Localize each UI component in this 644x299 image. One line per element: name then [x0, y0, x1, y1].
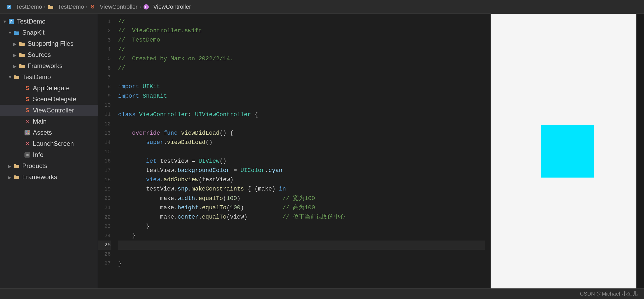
storyboard-main-icon: ✕: [24, 118, 31, 125]
folder-frameworks-root-icon: [13, 174, 20, 180]
line-num-2: 2: [98, 26, 111, 35]
code-line-7: [118, 73, 485, 82]
sidebar-item-launchscreen[interactable]: ✕ LaunchScreen: [0, 138, 98, 149]
swift-scenedelegate-icon: S: [24, 96, 31, 103]
sidebar-label-snapkit: SnapKit: [22, 29, 44, 36]
folder-supporting-icon: [19, 40, 25, 47]
svg-rect-9: [26, 133, 27, 134]
sidebar-item-scenedelegate[interactable]: S SceneDelegate: [0, 94, 98, 105]
code-line-24: }: [118, 231, 485, 240]
line-num-15: 15: [98, 147, 111, 157]
line-num-23: 23: [98, 222, 111, 231]
sidebar-item-assets[interactable]: Assets: [0, 127, 98, 138]
storyboard-launch-icon: ✕: [24, 140, 31, 147]
sidebar-item-main[interactable]: ✕ Main: [0, 116, 98, 127]
breadcrumb-label-3: ViewController: [100, 3, 138, 10]
folder-testdemo-icon: [13, 74, 20, 80]
sidebar-label-info: Info: [33, 151, 43, 158]
sidebar-label-testdemo-root: TestDemo: [17, 18, 46, 25]
svg-rect-8: [28, 131, 29, 132]
code-lines: // // ViewController.swift // TestDemo /…: [114, 14, 490, 288]
swift-appdelegate-icon: S: [24, 85, 31, 92]
sidebar: ▼ P TestDemo ▼ SnapKit ▶ Supporting File…: [0, 14, 98, 288]
line-num-9: 9: [98, 92, 111, 101]
breadcrumb-item-3[interactable]: S ViewController: [89, 3, 138, 10]
code-line-1: //: [118, 17, 485, 26]
sidebar-label-launchscreen: LaunchScreen: [33, 140, 74, 147]
preview-panel: [490, 14, 644, 288]
svg-rect-6: [25, 130, 30, 135]
line-num-19: 19: [98, 184, 111, 194]
sidebar-label-products: Products: [22, 162, 47, 170]
line-num-5: 5: [98, 54, 111, 64]
code-line-16: let testView = UIView(): [118, 157, 485, 166]
sidebar-item-products[interactable]: ▶ Products: [0, 160, 98, 171]
line-num-6: 6: [98, 64, 111, 73]
line-num-20: 20: [98, 194, 111, 203]
line-numbers: 1 2 3 4 5 6 7 8 9 10 11 12 13 14 15 16 1…: [98, 14, 114, 288]
sidebar-item-sources[interactable]: ▶ Sources: [0, 49, 98, 60]
folder-snapkit-icon: [13, 29, 20, 36]
breadcrumb-bar: P TestDemo › TestDemo › S ViewController…: [0, 0, 644, 14]
svg-text:C: C: [145, 5, 147, 9]
code-editor[interactable]: 1 2 3 4 5 6 7 8 9 10 11 12 13 14 15 16 1…: [98, 14, 490, 288]
svg-rect-10: [28, 133, 29, 134]
sidebar-item-frameworks-root[interactable]: ▶ Frameworks: [0, 171, 98, 183]
code-line-8: import UIKit: [118, 82, 485, 91]
sidebar-item-info[interactable]: ⊞ Info: [0, 149, 98, 160]
sidebar-item-supporting-files[interactable]: ▶ Supporting Files: [0, 38, 98, 49]
breadcrumb-item-2[interactable]: TestDemo: [47, 3, 84, 10]
sidebar-item-frameworks-snapkit[interactable]: ▶ Frameworks: [0, 60, 98, 71]
folder-frameworks-s-icon: [19, 62, 25, 69]
line-num-17: 17: [98, 166, 111, 175]
sidebar-label-frameworks-root: Frameworks: [22, 173, 57, 181]
assets-icon: [24, 129, 31, 136]
code-line-9: import SnapKit: [118, 92, 485, 101]
chevron-supporting: ▶: [13, 42, 17, 46]
chevron-testdemo-group: ▼: [8, 75, 12, 79]
chevron-testdemo-root: ▼: [3, 19, 7, 24]
breadcrumb-label-2: TestDemo: [58, 3, 84, 10]
breadcrumb-label-4: ViewController: [153, 3, 191, 10]
swift-icon-bc: S: [89, 3, 96, 10]
swift-viewcontroller-icon: S: [24, 107, 31, 114]
folder-sources-icon: [19, 51, 25, 58]
sidebar-label-frameworks-s: Frameworks: [28, 62, 62, 70]
breadcrumb-item-1[interactable]: P TestDemo: [5, 3, 42, 10]
code-line-2: // ViewController.swift: [118, 26, 485, 35]
code-line-21: make.height.equalTo(100) // 高为100: [118, 203, 485, 212]
code-line-4: //: [118, 45, 485, 54]
code-line-26: [118, 250, 485, 259]
breadcrumb-item-4[interactable]: C ViewController: [143, 3, 191, 10]
sidebar-label-main: Main: [33, 118, 47, 125]
line-num-11: 11: [98, 110, 111, 119]
svg-text:P: P: [8, 5, 10, 9]
sidebar-item-snapkit[interactable]: ▼ SnapKit: [0, 27, 98, 38]
sidebar-label-scenedelegate: SceneDelegate: [33, 96, 76, 103]
line-num-25: 25: [98, 241, 111, 250]
breadcrumb-sep-1: ›: [44, 3, 46, 10]
sidebar-item-testdemo-root[interactable]: ▼ P TestDemo: [0, 16, 98, 27]
code-line-22: make.center.equalTo(view) // 位于当前视图的中心: [118, 212, 485, 222]
project-icon-sidebar: P: [8, 18, 15, 25]
line-num-13: 13: [98, 129, 111, 138]
line-num-18: 18: [98, 175, 111, 184]
code-line-18: view.addSubview(testView): [118, 175, 485, 184]
chevron-snapkit: ▼: [8, 30, 12, 35]
sidebar-item-viewcontroller[interactable]: S ViewController: [0, 105, 98, 116]
code-line-25: [118, 241, 485, 250]
line-num-14: 14: [98, 138, 111, 147]
bottom-bar-text: CSDN @Michael-小鱼儿: [580, 290, 638, 297]
main-layout: ▼ P TestDemo ▼ SnapKit ▶ Supporting File…: [0, 14, 644, 288]
bottom-bar: CSDN @Michael-小鱼儿: [0, 288, 644, 299]
sidebar-label-assets: Assets: [33, 129, 52, 136]
line-num-27: 27: [98, 259, 111, 268]
sidebar-item-appdelegate[interactable]: S AppDelegate: [0, 83, 98, 94]
svg-rect-7: [26, 131, 27, 132]
sidebar-item-testdemo-group[interactable]: ▼ TestDemo: [0, 71, 98, 83]
folder-products-icon: [13, 162, 20, 169]
code-line-14: super.viewDidLoad(): [118, 138, 485, 147]
cyan-preview-box: [541, 125, 594, 178]
line-num-24: 24: [98, 231, 111, 240]
code-content: 1 2 3 4 5 6 7 8 9 10 11 12 13 14 15 16 1…: [98, 14, 490, 288]
